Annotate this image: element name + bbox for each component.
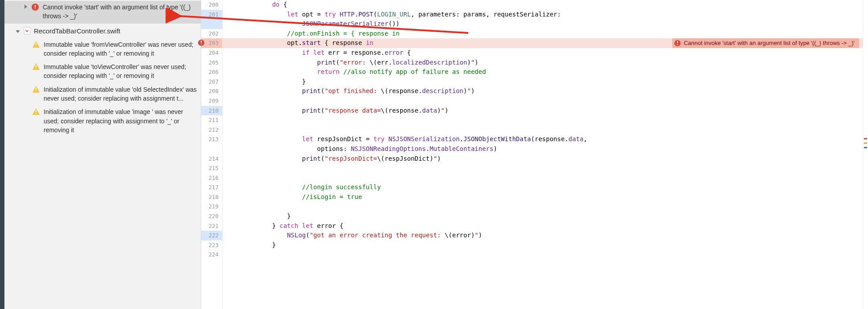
code-line[interactable]: if let err = response.error { bbox=[223, 48, 863, 58]
issue-text: Initialization of immutable value 'old S… bbox=[44, 85, 197, 103]
code-line[interactable]: opt.start { response inCannot invoke 'st… bbox=[223, 38, 863, 48]
swift-file-icon bbox=[23, 27, 31, 35]
issue-row-warning[interactable]: Immutable value 'fromViewController' was… bbox=[4, 38, 201, 61]
code-line[interactable]: do { bbox=[223, 0, 863, 10]
code-line[interactable] bbox=[223, 96, 863, 106]
code-line[interactable] bbox=[223, 125, 863, 135]
svg-rect-16 bbox=[677, 41, 678, 43]
gutter-line: 215 bbox=[201, 163, 222, 173]
gutter-line: 214 bbox=[201, 154, 222, 164]
code-line[interactable]: //longin successfully bbox=[223, 183, 863, 192]
code-line[interactable]: } bbox=[223, 240, 863, 250]
issue-text: Cannot invoke 'start' with an argument l… bbox=[43, 3, 197, 21]
warning-icon bbox=[32, 85, 40, 94]
gutter-line: 223 bbox=[201, 240, 222, 250]
gutter-line: 212 bbox=[201, 125, 222, 135]
gutter-line: 202 bbox=[201, 29, 222, 39]
chevron-down-icon bbox=[15, 29, 20, 34]
code-line[interactable]: return //also notify app of failure as n… bbox=[223, 67, 863, 77]
error-icon bbox=[674, 40, 681, 47]
code-line[interactable] bbox=[223, 250, 863, 260]
svg-rect-8 bbox=[36, 88, 37, 90]
issue-text: Immutable value 'fromViewController' was… bbox=[44, 40, 197, 58]
code-line[interactable]: print("error: \(err.localizedDescription… bbox=[223, 58, 863, 68]
code-line[interactable] bbox=[223, 115, 863, 125]
issue-navigator[interactable]: Cannot invoke 'start' with an argument l… bbox=[0, 0, 201, 309]
gutter-line: 205 bbox=[201, 58, 222, 68]
svg-rect-6 bbox=[36, 65, 37, 67]
svg-rect-11 bbox=[36, 113, 37, 114]
issue-row-warning[interactable]: Immutable value 'toViewController' was n… bbox=[4, 61, 201, 83]
svg-rect-14 bbox=[201, 44, 202, 45]
file-header-row[interactable]: RecordTabBarController.swift bbox=[4, 24, 201, 38]
code-line[interactable]: //opt.onFinish = { response in bbox=[223, 29, 863, 39]
issue-text: Initialization of immutable value 'image… bbox=[44, 107, 197, 134]
code-line[interactable] bbox=[223, 173, 863, 183]
file-name: RecordTabBarController.swift bbox=[34, 26, 120, 36]
svg-rect-9 bbox=[36, 90, 37, 91]
gutter-line: 204 bbox=[201, 48, 222, 58]
svg-rect-13 bbox=[201, 41, 202, 43]
scroll-minimap[interactable] bbox=[863, 0, 868, 309]
code-line[interactable]: NSLog("got an error creating the request… bbox=[223, 231, 863, 240]
code-line[interactable]: } bbox=[223, 211, 863, 221]
gutter-line: 209 bbox=[201, 96, 222, 106]
code-line[interactable]: let opt = try HTTP.POST(LOGIN_URL, param… bbox=[223, 10, 863, 29]
gutter-line: 221 bbox=[201, 221, 222, 231]
code-area[interactable]: do { let opt = try HTTP.POST(LOGIN_URL, … bbox=[223, 0, 863, 309]
code-line[interactable]: print("response data=\(response.data)") bbox=[223, 106, 863, 116]
code-editor[interactable]: 2002012022032042052062072082092102112122… bbox=[201, 0, 868, 309]
code-line[interactable] bbox=[223, 163, 863, 173]
warning-icon bbox=[32, 63, 40, 71]
chevron-right-icon bbox=[23, 4, 28, 9]
code-line[interactable]: } bbox=[223, 77, 863, 87]
gutter-line: 224 bbox=[201, 250, 222, 260]
inline-error-banner[interactable]: Cannot invoke 'start' with an argument l… bbox=[672, 38, 859, 48]
code-line[interactable]: print("opt finished: \(response.descript… bbox=[223, 86, 863, 96]
gutter-line: 222 bbox=[201, 231, 222, 240]
code-line[interactable]: print("respJsonDict=\(respJsonDict)") bbox=[223, 154, 863, 164]
issue-row-error[interactable]: Cannot invoke 'start' with an argument l… bbox=[4, 1, 201, 24]
svg-rect-17 bbox=[677, 44, 678, 45]
gutter-line: 211 bbox=[201, 115, 222, 125]
svg-rect-1 bbox=[35, 5, 36, 8]
gutter-line: 206 bbox=[201, 67, 222, 77]
svg-rect-4 bbox=[36, 43, 37, 45]
gutter-line: 208 bbox=[201, 86, 222, 96]
gutter-line: 203 bbox=[201, 38, 222, 48]
inline-error-text: Cannot invoke 'start' with an argument l… bbox=[684, 38, 855, 48]
gutter-line: 207 bbox=[201, 77, 222, 87]
error-icon bbox=[31, 3, 39, 11]
issue-row-warning[interactable]: Initialization of immutable value 'image… bbox=[4, 106, 201, 137]
svg-rect-5 bbox=[36, 45, 37, 46]
svg-rect-7 bbox=[36, 68, 37, 69]
gutter-line: 200 bbox=[201, 0, 222, 10]
gutter-line: 220 bbox=[201, 211, 222, 221]
svg-rect-2 bbox=[35, 8, 36, 9]
gutter-line: 213 bbox=[201, 134, 222, 154]
code-line[interactable]: } catch let error { bbox=[223, 221, 863, 231]
warning-icon bbox=[32, 108, 40, 116]
issue-row-warning[interactable]: Initialization of immutable value 'old S… bbox=[4, 83, 201, 106]
gutter-line: 216 bbox=[201, 173, 222, 183]
gutter-line: 219 bbox=[201, 202, 222, 211]
code-line[interactable]: //isLogin = true bbox=[223, 192, 863, 202]
issue-text: Immutable value 'toViewController' was n… bbox=[44, 62, 197, 81]
gutter-line: 218 bbox=[201, 192, 222, 202]
code-line[interactable]: let respJsonDict = try NSJSONSerializati… bbox=[223, 134, 863, 154]
gutter-line: 217 bbox=[201, 183, 222, 192]
gutter-line: 210 bbox=[201, 106, 222, 116]
warning-icon bbox=[32, 41, 40, 49]
svg-rect-10 bbox=[36, 110, 37, 112]
line-gutter[interactable]: 2002012022032042052062072082092102112122… bbox=[201, 0, 223, 309]
gutter-line: 201 bbox=[201, 10, 222, 29]
code-line[interactable] bbox=[223, 202, 863, 211]
